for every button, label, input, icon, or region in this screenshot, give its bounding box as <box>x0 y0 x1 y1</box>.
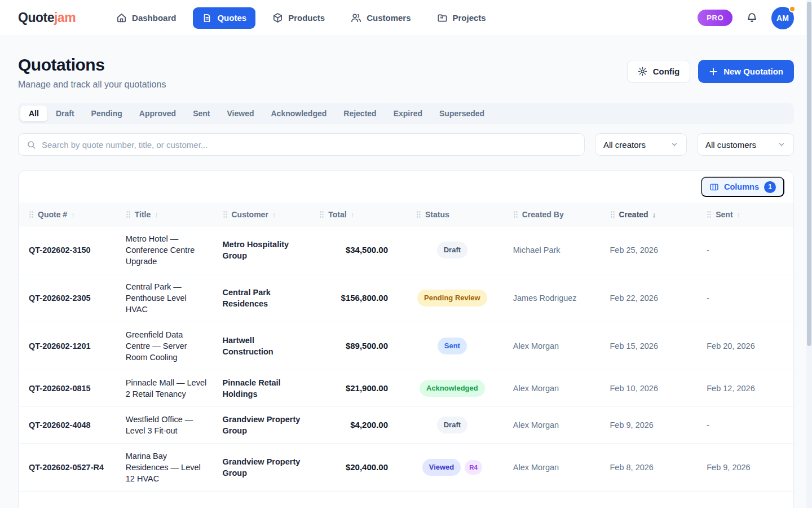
column-header-label: Created By <box>522 210 564 219</box>
created-date-cell: Feb 15, 2026 <box>600 335 697 357</box>
created-by-cell: Michael Park <box>503 239 600 261</box>
tab-all[interactable]: All <box>20 106 47 121</box>
title-cell: Pinnacle Mall — Level 2 Retail Tenancy <box>116 371 213 405</box>
user-avatar[interactable]: AM <box>771 7 794 29</box>
drag-handle-icon[interactable] <box>416 211 421 218</box>
tab-superseded[interactable]: Superseded <box>431 106 493 121</box>
tab-sent[interactable]: Sent <box>184 106 218 121</box>
nav-item-projects[interactable]: Projects <box>428 7 495 29</box>
search-input[interactable] <box>42 140 576 150</box>
drag-handle-icon[interactable] <box>707 211 712 218</box>
nav-item-customers[interactable]: Customers <box>342 7 420 29</box>
gear-icon <box>638 67 647 76</box>
drag-handle-icon[interactable] <box>29 211 34 218</box>
nav-label: Quotes <box>217 13 246 23</box>
status-cell: Draft <box>406 411 503 439</box>
creator-filter-select[interactable]: All creators <box>595 133 687 156</box>
customer-cell: Central Park Residences <box>213 281 310 315</box>
drag-handle-icon[interactable] <box>223 211 228 218</box>
column-header-label: Sent <box>716 210 732 219</box>
tab-acknowledged[interactable]: Acknowledged <box>262 106 335 121</box>
plus-icon <box>709 67 718 76</box>
brand-logo-accent: jam <box>54 10 76 25</box>
total-cell: $4,200.00 <box>309 414 406 436</box>
column-header-customer[interactable]: Customer ↑ <box>213 210 310 219</box>
column-header-quote[interactable]: Quote # ↑ <box>19 210 116 219</box>
scrollbar-thumb[interactable] <box>807 2 811 346</box>
created-date-cell: Feb 22, 2026 <box>600 287 697 309</box>
status-badge: Draft <box>437 242 467 259</box>
search-box[interactable] <box>18 133 585 156</box>
search-icon <box>27 140 36 150</box>
table-row[interactable]: QT-202602-2305 Central Park — Penthouse … <box>19 274 793 322</box>
column-header-sent[interactable]: Sent ↑ <box>696 210 793 219</box>
nav-item-products[interactable]: Products <box>263 7 334 29</box>
drag-handle-icon[interactable] <box>610 211 615 218</box>
created-by-cell: Alex Morgan <box>503 456 600 479</box>
column-header-created-by[interactable]: Created By <box>503 210 600 219</box>
top-nav: Quotejam Dashboard Quotes Products Custo… <box>0 0 812 36</box>
customer-filter-select[interactable]: All customers <box>697 133 794 156</box>
header-actions: Config New Quotation <box>627 60 794 83</box>
created-by-cell: James Rodriguez <box>503 287 600 309</box>
total-cell: $89,500.00 <box>309 335 406 357</box>
table-row[interactable]: QT-202602-0815 Pinnacle Mall — Level 2 R… <box>19 370 793 407</box>
customer-cell: Hartwell Construction <box>213 329 310 363</box>
quote-number-cell: QT-202602-0815 <box>19 377 116 400</box>
sent-date-cell: Feb 20, 2026 <box>696 335 793 357</box>
status-filter-tabs: All Draft Pending Approved Sent Viewed A… <box>18 103 794 124</box>
tab-draft[interactable]: Draft <box>47 106 83 121</box>
status-badge: Acknowledged <box>420 380 485 397</box>
created-date-cell: Feb 10, 2026 <box>600 377 697 400</box>
nav-item-quotes[interactable]: Quotes <box>193 7 255 29</box>
total-cell: $20,400.00 <box>309 456 406 479</box>
tab-pending[interactable]: Pending <box>83 106 131 121</box>
creator-filter-value: All creators <box>603 140 646 150</box>
table-row[interactable]: QT-202602-0527 Marina Bay Grandview Prop… <box>19 492 793 508</box>
drag-handle-icon[interactable] <box>319 211 324 218</box>
quote-number-cell: QT-202602-4048 <box>19 414 116 436</box>
customer-cell: Grandview Property Group <box>213 450 310 484</box>
drag-handle-icon[interactable] <box>513 211 518 218</box>
brand-logo[interactable]: Quotejam <box>18 10 76 25</box>
column-header-total[interactable]: Total ↑ <box>309 210 406 219</box>
quotations-table-card: Columns 1 Quote # ↑ Title ↑ Customer ↑ <box>18 170 794 508</box>
sent-date-cell: - <box>696 239 793 261</box>
sort-arrow-icon: ↑ <box>737 211 741 219</box>
customer-cell: Pinnacle Retail Holdings <box>213 371 310 405</box>
sort-arrow-icon: ↑ <box>351 211 355 219</box>
table-row[interactable]: QT-202602-4048 Westfield Office — Level … <box>19 407 793 444</box>
config-button[interactable]: Config <box>627 60 690 83</box>
column-header-created[interactable]: Created ↓ <box>600 210 697 219</box>
table-row[interactable]: QT-202602-3150 Metro Hotel — Conference … <box>19 226 793 274</box>
nav-label: Projects <box>453 13 486 23</box>
page-title: Quotations <box>18 55 166 75</box>
chevron-down-icon <box>670 141 678 148</box>
new-quotation-button[interactable]: New Quotation <box>698 60 794 83</box>
column-header-status[interactable]: Status <box>406 210 503 219</box>
columns-button[interactable]: Columns 1 <box>701 177 784 197</box>
pro-badge: PRO <box>698 10 732 26</box>
tab-viewed[interactable]: Viewed <box>218 106 262 121</box>
created-date-cell: Feb 25, 2026 <box>600 239 697 261</box>
status-cell: Acknowledged <box>406 374 503 402</box>
title-cell: Greenfield Data Centre — Server Room Coo… <box>116 323 213 369</box>
folder-icon <box>437 12 448 23</box>
status-badge: Viewed <box>422 459 461 476</box>
notifications-button[interactable] <box>746 12 758 24</box>
column-header-label: Title <box>135 210 151 219</box>
sent-date-cell: - <box>696 414 793 436</box>
sent-date-cell: - <box>696 287 793 309</box>
table-row[interactable]: QT-202602-0527-R4 Marina Bay Residences … <box>19 444 793 492</box>
revision-tag: R4 <box>465 460 482 475</box>
tab-expired[interactable]: Expired <box>385 106 431 121</box>
tab-approved[interactable]: Approved <box>131 106 184 121</box>
column-header-title[interactable]: Title ↑ <box>116 210 213 219</box>
nav-item-dashboard[interactable]: Dashboard <box>107 7 185 29</box>
page-scrollbar[interactable] <box>806 0 812 508</box>
drag-handle-icon[interactable] <box>126 211 131 218</box>
status-dot <box>789 6 796 12</box>
table-row[interactable]: QT-202602-1201 Greenfield Data Centre — … <box>19 322 793 370</box>
tab-rejected[interactable]: Rejected <box>335 106 385 121</box>
title-cell: Marina Bay Residences — Level 12 HVAC <box>116 445 213 490</box>
